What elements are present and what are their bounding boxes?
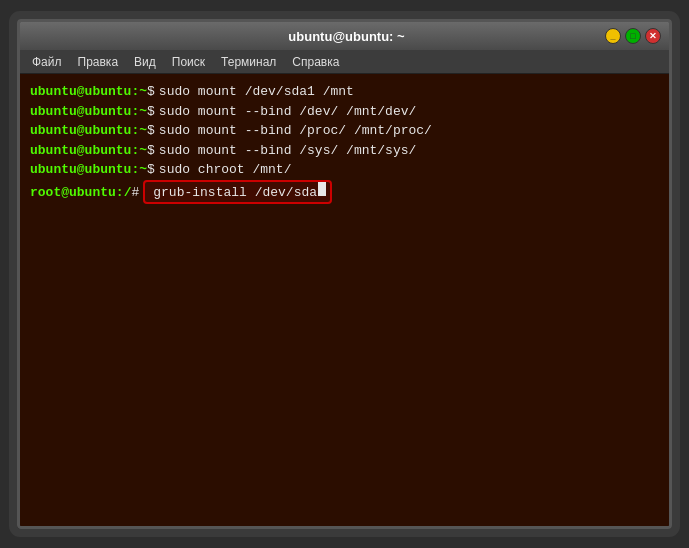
terminal-line-2: ubuntu@ubuntu:~$ sudo mount --bind /dev/… <box>30 102 659 122</box>
prompt-2: ubuntu@ubuntu <box>30 102 131 122</box>
path-2: :~ <box>131 102 147 122</box>
hash-root: # <box>131 183 139 203</box>
dollar-5: $ <box>147 160 155 180</box>
menu-edit[interactable]: Правка <box>72 53 125 71</box>
terminal-line-4: ubuntu@ubuntu:~$ sudo mount --bind /sys/… <box>30 141 659 161</box>
prompt-5: ubuntu@ubuntu <box>30 160 131 180</box>
window-controls: _ □ ✕ <box>605 28 661 44</box>
prompt-3: ubuntu@ubuntu <box>30 121 131 141</box>
window-title: ubuntu@ubuntu: ~ <box>88 29 605 44</box>
terminal-line-3: ubuntu@ubuntu:~$ sudo mount --bind /proc… <box>30 121 659 141</box>
prompt-1: ubuntu@ubuntu <box>30 82 131 102</box>
minimize-button[interactable]: _ <box>605 28 621 44</box>
terminal-line-1: ubuntu@ubuntu:~$ sudo mount /dev/sda1 /m… <box>30 82 659 102</box>
dollar-3: $ <box>147 121 155 141</box>
terminal-line-5: ubuntu@ubuntu:~$ sudo chroot /mnt/ <box>30 160 659 180</box>
dollar-1: $ <box>147 82 155 102</box>
close-button[interactable]: ✕ <box>645 28 661 44</box>
command-highlight: grub-install /dev/sda <box>143 180 332 205</box>
command-1: sudo mount /dev/sda1 /mnt <box>159 82 354 102</box>
cursor <box>318 182 326 196</box>
command-4: sudo mount --bind /sys/ /mnt/sys/ <box>159 141 416 161</box>
current-command: grub-install /dev/sda <box>153 183 317 203</box>
title-bar: ubuntu@ubuntu: ~ _ □ ✕ <box>20 22 669 50</box>
path-4: :~ <box>131 141 147 161</box>
menu-help[interactable]: Справка <box>286 53 345 71</box>
command-2: sudo mount --bind /dev/ /mnt/dev/ <box>159 102 416 122</box>
command-5: sudo chroot /mnt/ <box>159 160 292 180</box>
maximize-button[interactable]: □ <box>625 28 641 44</box>
dollar-2: $ <box>147 102 155 122</box>
path-root: :/ <box>116 183 132 203</box>
path-3: :~ <box>131 121 147 141</box>
menu-search[interactable]: Поиск <box>166 53 211 71</box>
prompt-4: ubuntu@ubuntu <box>30 141 131 161</box>
menu-terminal[interactable]: Терминал <box>215 53 282 71</box>
menu-view[interactable]: Вид <box>128 53 162 71</box>
path-5: :~ <box>131 160 147 180</box>
terminal-current-line: root@ubuntu:/# grub-install /dev/sda <box>30 180 659 205</box>
command-3: sudo mount --bind /proc/ /mnt/proc/ <box>159 121 432 141</box>
prompt-root: root@ubuntu <box>30 183 116 203</box>
menu-bar: Файл Правка Вид Поиск Терминал Справка <box>20 50 669 74</box>
path-1: :~ <box>131 82 147 102</box>
terminal-window: ubuntu@ubuntu: ~ _ □ ✕ Файл Правка Вид П… <box>17 19 672 529</box>
terminal-body[interactable]: ubuntu@ubuntu:~$ sudo mount /dev/sda1 /m… <box>20 74 669 526</box>
dollar-4: $ <box>147 141 155 161</box>
menu-file[interactable]: Файл <box>26 53 68 71</box>
